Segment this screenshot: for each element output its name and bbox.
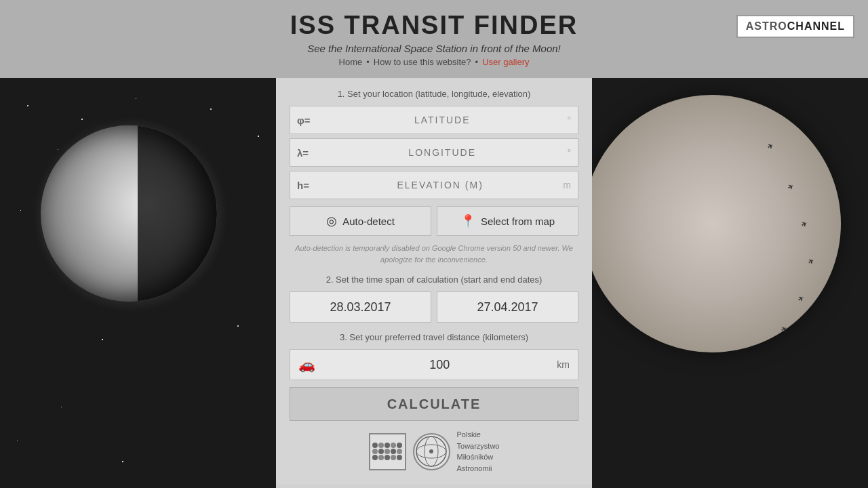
- star-3: [58, 149, 58, 150]
- moon-left-image: [41, 125, 217, 302]
- longitude-prefix: λ=: [297, 147, 317, 159]
- header: ISS TRANSIT FINDER See the International…: [0, 0, 868, 78]
- latitude-suffix: °: [567, 115, 571, 125]
- start-date-input[interactable]: 28.03.2017: [290, 291, 431, 323]
- nav-gallery[interactable]: User gallery: [482, 57, 529, 67]
- nav: Home • How to use this website? • User g…: [339, 57, 530, 67]
- star-1: [81, 119, 83, 120]
- date-row: 28.03.2017 27.04.2017: [290, 291, 578, 323]
- car-icon: 🚗: [298, 357, 315, 373]
- star-0: [27, 105, 28, 106]
- iss-icon-3: ✈: [800, 220, 808, 229]
- pta-logo: [413, 433, 450, 470]
- auto-detect-label: Auto-detect: [342, 216, 395, 227]
- pta-text: Polskie Towarzystwo Miłośników Astronomi…: [457, 429, 500, 474]
- section2-label: 2. Set the time span of calculation (sta…: [290, 274, 578, 285]
- star-5: [258, 136, 259, 137]
- page-subtitle: See the International Space Station in f…: [307, 43, 561, 54]
- pta-line3: Miłośników: [457, 451, 500, 463]
- km-label: km: [557, 359, 570, 370]
- travel-row: 🚗 km: [290, 349, 578, 380]
- elevation-row: h= m: [290, 171, 578, 199]
- iss-icon-4: ✈: [807, 257, 815, 266]
- elevation-prefix: h=: [297, 180, 317, 191]
- auto-detect-icon: ◎: [326, 214, 337, 228]
- map-pin-icon: 📍: [460, 214, 475, 228]
- longitude-input[interactable]: [323, 147, 561, 158]
- select-map-label: Select from map: [481, 216, 555, 227]
- star-9: [237, 325, 239, 327]
- nav-howto[interactable]: How to use this website?: [374, 57, 471, 67]
- longitude-row: λ= °: [290, 138, 578, 167]
- iss-icon-1: ✈: [766, 142, 774, 151]
- iss-icon-5: ✈: [797, 294, 805, 304]
- iss-icon-2: ✈: [787, 182, 795, 192]
- start-date-value: 28.03.2017: [330, 300, 391, 314]
- star-10: [17, 441, 18, 441]
- latitude-prefix: φ=: [297, 115, 317, 126]
- end-date-value: 27.04.2017: [477, 300, 538, 314]
- star-7: [102, 339, 103, 340]
- travel-distance-input[interactable]: [322, 358, 557, 372]
- section3-label: 3. Set your preferred travel distance (k…: [290, 332, 578, 342]
- select-from-map-button[interactable]: 📍 Select from map: [437, 206, 578, 236]
- nav-home[interactable]: Home: [339, 57, 363, 67]
- longitude-suffix: °: [567, 147, 571, 158]
- center-panel: 1. Set your location (latitude, longitud…: [276, 78, 592, 485]
- brand-logo: ASTROCHANNEL: [736, 15, 854, 38]
- calculate-button[interactable]: CALCULATE: [290, 387, 578, 421]
- end-date-input[interactable]: 27.04.2017: [437, 291, 578, 323]
- star-8: [61, 407, 62, 407]
- brand-channel: CHANNEL: [787, 20, 845, 32]
- latitude-input[interactable]: [323, 115, 561, 125]
- page-title: ISS TRANSIT FINDER: [290, 11, 578, 40]
- star-4: [210, 108, 212, 110]
- peraops-logo: [369, 433, 406, 470]
- section1-label: 1. Set your location (latitude, longitud…: [290, 89, 578, 99]
- star-6: [20, 210, 21, 211]
- elevation-suffix: m: [563, 180, 571, 190]
- pta-line4: Astronomii: [457, 463, 500, 474]
- auto-detect-notice: Auto-detection is temporarily disabled o…: [290, 243, 578, 265]
- star-2: [136, 98, 136, 99]
- moon-right-image: ✈ ✈ ✈ ✈ ✈ ✈: [583, 95, 841, 352]
- latitude-row: φ= °: [290, 106, 578, 134]
- footer-logos: Polskie Towarzystwo Miłośników Astronomi…: [290, 429, 578, 474]
- elevation-input[interactable]: [323, 180, 557, 190]
- star-11: [122, 461, 123, 462]
- svg-point-3: [429, 449, 433, 453]
- pta-line2: Towarzystwo: [457, 441, 500, 452]
- calculate-label: CALCULATE: [387, 396, 481, 412]
- location-buttons: ◎ Auto-detect 📍 Select from map: [290, 206, 578, 236]
- nav-sep1: •: [366, 57, 370, 67]
- nav-sep2: •: [475, 57, 479, 67]
- brand-astro: ASTRO: [746, 20, 787, 32]
- auto-detect-button[interactable]: ◎ Auto-detect: [290, 206, 431, 236]
- pta-line1: Polskie: [457, 429, 500, 441]
